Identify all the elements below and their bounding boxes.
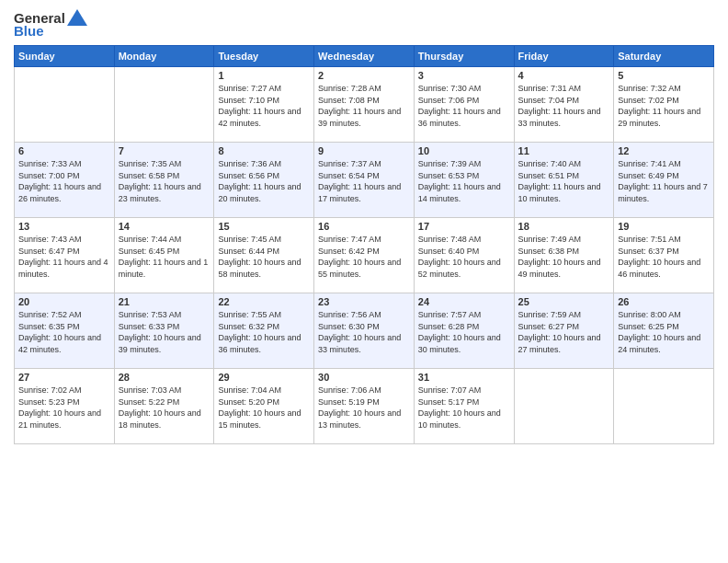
cell-content: Sunrise: 7:35 AMSunset: 6:58 PMDaylight:… <box>119 158 210 204</box>
calendar-cell: 2Sunrise: 7:28 AMSunset: 7:08 PMDaylight… <box>314 67 415 143</box>
day-number: 6 <box>18 145 110 156</box>
day-number: 10 <box>418 145 510 156</box>
calendar-cell: 19Sunrise: 7:51 AMSunset: 6:37 PMDayligh… <box>614 218 714 293</box>
calendar-cell: 18Sunrise: 7:49 AMSunset: 6:38 PMDayligh… <box>514 218 614 293</box>
calendar-cell: 8Sunrise: 7:36 AMSunset: 6:56 PMDaylight… <box>214 143 314 218</box>
col-header-monday: Monday <box>114 46 214 67</box>
cell-content: Sunrise: 7:55 AMSunset: 6:32 PMDaylight:… <box>218 309 310 355</box>
cell-content: Sunrise: 7:04 AMSunset: 5:20 PMDaylight:… <box>218 385 310 431</box>
day-number: 15 <box>218 221 310 232</box>
week-row-5: 27Sunrise: 7:02 AMSunset: 5:23 PMDayligh… <box>15 369 714 444</box>
calendar-cell <box>614 369 714 444</box>
day-number: 1 <box>218 70 310 81</box>
day-number: 29 <box>218 372 310 383</box>
cell-content: Sunrise: 7:36 AMSunset: 6:56 PMDaylight:… <box>218 158 310 204</box>
svg-marker-0 <box>67 9 87 26</box>
calendar-cell: 6Sunrise: 7:33 AMSunset: 7:00 PMDaylight… <box>15 143 115 218</box>
col-header-wednesday: Wednesday <box>314 46 415 67</box>
header: General Blue <box>14 9 714 38</box>
day-number: 26 <box>618 296 710 307</box>
calendar-cell: 22Sunrise: 7:55 AMSunset: 6:32 PMDayligh… <box>214 293 314 369</box>
cell-content: Sunrise: 7:41 AMSunset: 6:49 PMDaylight:… <box>618 158 710 204</box>
day-number: 13 <box>18 221 110 232</box>
calendar-cell: 23Sunrise: 7:56 AMSunset: 6:30 PMDayligh… <box>314 293 415 369</box>
cell-content: Sunrise: 7:44 AMSunset: 6:45 PMDaylight:… <box>119 234 210 280</box>
day-number: 28 <box>119 372 210 383</box>
day-number: 23 <box>318 296 410 307</box>
cell-content: Sunrise: 7:57 AMSunset: 6:28 PMDaylight:… <box>418 309 510 355</box>
col-header-saturday: Saturday <box>614 46 714 67</box>
logo-blue: Blue <box>14 24 44 38</box>
header-row: SundayMondayTuesdayWednesdayThursdayFrid… <box>15 46 714 67</box>
calendar-cell: 12Sunrise: 7:41 AMSunset: 6:49 PMDayligh… <box>614 143 714 218</box>
cell-content: Sunrise: 7:32 AMSunset: 7:02 PMDaylight:… <box>618 83 710 129</box>
cell-content: Sunrise: 7:52 AMSunset: 6:35 PMDaylight:… <box>18 309 110 355</box>
cell-content: Sunrise: 7:39 AMSunset: 6:53 PMDaylight:… <box>418 158 510 204</box>
cell-content: Sunrise: 7:27 AMSunset: 7:10 PMDaylight:… <box>218 83 310 129</box>
day-number: 17 <box>418 221 510 232</box>
cell-content: Sunrise: 7:06 AMSunset: 5:19 PMDaylight:… <box>318 385 410 431</box>
calendar-cell: 5Sunrise: 7:32 AMSunset: 7:02 PMDaylight… <box>614 67 714 143</box>
calendar-cell: 13Sunrise: 7:43 AMSunset: 6:47 PMDayligh… <box>15 218 115 293</box>
cell-content: Sunrise: 7:31 AMSunset: 7:04 PMDaylight:… <box>518 83 610 129</box>
day-number: 20 <box>18 296 110 307</box>
week-row-4: 20Sunrise: 7:52 AMSunset: 6:35 PMDayligh… <box>15 293 714 369</box>
cell-content: Sunrise: 7:59 AMSunset: 6:27 PMDaylight:… <box>518 309 610 355</box>
calendar-cell: 20Sunrise: 7:52 AMSunset: 6:35 PMDayligh… <box>15 293 115 369</box>
calendar-cell: 28Sunrise: 7:03 AMSunset: 5:22 PMDayligh… <box>114 369 214 444</box>
calendar-cell: 27Sunrise: 7:02 AMSunset: 5:23 PMDayligh… <box>15 369 115 444</box>
calendar-cell: 10Sunrise: 7:39 AMSunset: 6:53 PMDayligh… <box>414 143 514 218</box>
col-header-tuesday: Tuesday <box>214 46 314 67</box>
day-number: 11 <box>518 145 610 156</box>
cell-content: Sunrise: 7:07 AMSunset: 5:17 PMDaylight:… <box>418 385 510 431</box>
calendar-cell <box>114 67 214 143</box>
day-number: 3 <box>418 70 510 81</box>
day-number: 21 <box>119 296 210 307</box>
calendar-cell: 11Sunrise: 7:40 AMSunset: 6:51 PMDayligh… <box>514 143 614 218</box>
cell-content: Sunrise: 7:40 AMSunset: 6:51 PMDaylight:… <box>518 158 610 204</box>
day-number: 31 <box>418 372 510 383</box>
cell-content: Sunrise: 7:49 AMSunset: 6:38 PMDaylight:… <box>518 234 610 280</box>
calendar-cell: 21Sunrise: 7:53 AMSunset: 6:33 PMDayligh… <box>114 293 214 369</box>
cell-content: Sunrise: 7:53 AMSunset: 6:33 PMDaylight:… <box>119 309 210 355</box>
day-number: 5 <box>618 70 710 81</box>
calendar-cell: 14Sunrise: 7:44 AMSunset: 6:45 PMDayligh… <box>114 218 214 293</box>
cell-content: Sunrise: 7:51 AMSunset: 6:37 PMDaylight:… <box>618 234 710 280</box>
day-number: 25 <box>518 296 610 307</box>
week-row-3: 13Sunrise: 7:43 AMSunset: 6:47 PMDayligh… <box>15 218 714 293</box>
day-number: 9 <box>318 145 410 156</box>
calendar-cell: 31Sunrise: 7:07 AMSunset: 5:17 PMDayligh… <box>414 369 514 444</box>
calendar-cell: 3Sunrise: 7:30 AMSunset: 7:06 PMDaylight… <box>414 67 514 143</box>
cell-content: Sunrise: 7:33 AMSunset: 7:00 PMDaylight:… <box>18 158 110 204</box>
cell-content: Sunrise: 7:45 AMSunset: 6:44 PMDaylight:… <box>218 234 310 280</box>
week-row-2: 6Sunrise: 7:33 AMSunset: 7:00 PMDaylight… <box>15 143 714 218</box>
cell-content: Sunrise: 8:00 AMSunset: 6:25 PMDaylight:… <box>618 309 710 355</box>
cell-content: Sunrise: 7:43 AMSunset: 6:47 PMDaylight:… <box>18 234 110 280</box>
cell-content: Sunrise: 7:02 AMSunset: 5:23 PMDaylight:… <box>18 385 110 431</box>
day-number: 30 <box>318 372 410 383</box>
calendar-cell: 16Sunrise: 7:47 AMSunset: 6:42 PMDayligh… <box>314 218 415 293</box>
day-number: 19 <box>618 221 710 232</box>
calendar-cell: 29Sunrise: 7:04 AMSunset: 5:20 PMDayligh… <box>214 369 314 444</box>
calendar-cell: 15Sunrise: 7:45 AMSunset: 6:44 PMDayligh… <box>214 218 314 293</box>
week-row-1: 1Sunrise: 7:27 AMSunset: 7:10 PMDaylight… <box>15 67 714 143</box>
cell-content: Sunrise: 7:37 AMSunset: 6:54 PMDaylight:… <box>318 158 410 204</box>
cell-content: Sunrise: 7:03 AMSunset: 5:22 PMDaylight:… <box>119 385 210 431</box>
col-header-friday: Friday <box>514 46 614 67</box>
calendar-cell: 25Sunrise: 7:59 AMSunset: 6:27 PMDayligh… <box>514 293 614 369</box>
calendar-cell <box>514 369 614 444</box>
calendar-cell <box>15 67 115 143</box>
cell-content: Sunrise: 7:28 AMSunset: 7:08 PMDaylight:… <box>318 83 410 129</box>
cell-content: Sunrise: 7:30 AMSunset: 7:06 PMDaylight:… <box>418 83 510 129</box>
logo: General Blue <box>14 9 87 38</box>
calendar-cell: 4Sunrise: 7:31 AMSunset: 7:04 PMDaylight… <box>514 67 614 143</box>
calendar-table: SundayMondayTuesdayWednesdayThursdayFrid… <box>14 45 714 444</box>
day-number: 22 <box>218 296 310 307</box>
day-number: 18 <box>518 221 610 232</box>
calendar-cell: 1Sunrise: 7:27 AMSunset: 7:10 PMDaylight… <box>214 67 314 143</box>
logo-icon <box>67 9 87 26</box>
day-number: 8 <box>218 145 310 156</box>
calendar-cell: 30Sunrise: 7:06 AMSunset: 5:19 PMDayligh… <box>314 369 415 444</box>
day-number: 2 <box>318 70 410 81</box>
col-header-thursday: Thursday <box>414 46 514 67</box>
